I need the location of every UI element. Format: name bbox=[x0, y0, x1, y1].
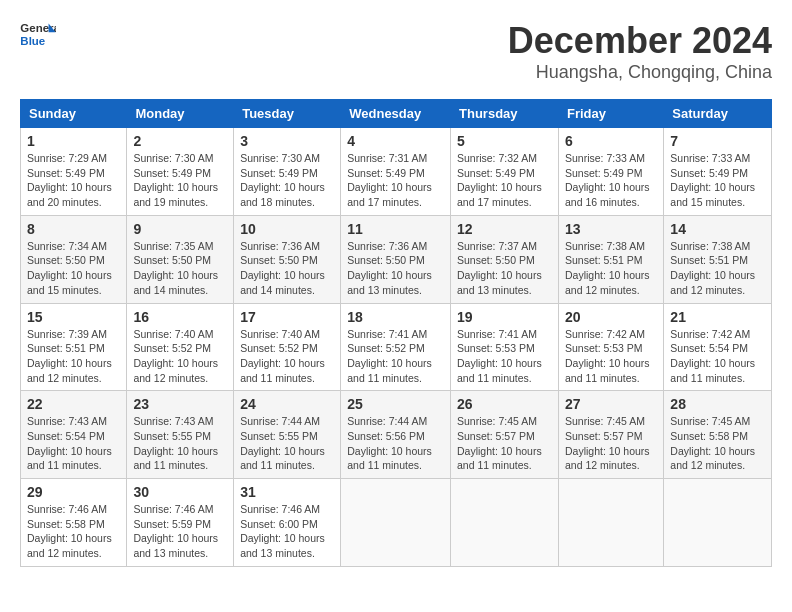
table-row: 13Sunrise: 7:38 AM Sunset: 5:51 PM Dayli… bbox=[558, 215, 663, 303]
day-info: Sunrise: 7:45 AM Sunset: 5:57 PM Dayligh… bbox=[457, 414, 552, 473]
day-number: 25 bbox=[347, 396, 444, 412]
day-info: Sunrise: 7:32 AM Sunset: 5:49 PM Dayligh… bbox=[457, 151, 552, 210]
day-number: 21 bbox=[670, 309, 765, 325]
table-row: 2Sunrise: 7:30 AM Sunset: 5:49 PM Daylig… bbox=[127, 128, 234, 216]
day-number: 30 bbox=[133, 484, 227, 500]
day-info: Sunrise: 7:42 AM Sunset: 5:54 PM Dayligh… bbox=[670, 327, 765, 386]
table-row: 12Sunrise: 7:37 AM Sunset: 5:50 PM Dayli… bbox=[451, 215, 559, 303]
table-row: 28Sunrise: 7:45 AM Sunset: 5:58 PM Dayli… bbox=[664, 391, 772, 479]
day-number: 9 bbox=[133, 221, 227, 237]
day-info: Sunrise: 7:45 AM Sunset: 5:58 PM Dayligh… bbox=[670, 414, 765, 473]
col-sunday: Sunday bbox=[21, 100, 127, 128]
main-title: December 2024 bbox=[508, 20, 772, 62]
day-info: Sunrise: 7:35 AM Sunset: 5:50 PM Dayligh… bbox=[133, 239, 227, 298]
day-number: 13 bbox=[565, 221, 657, 237]
day-info: Sunrise: 7:43 AM Sunset: 5:55 PM Dayligh… bbox=[133, 414, 227, 473]
table-row: 15Sunrise: 7:39 AM Sunset: 5:51 PM Dayli… bbox=[21, 303, 127, 391]
table-row: 17Sunrise: 7:40 AM Sunset: 5:52 PM Dayli… bbox=[234, 303, 341, 391]
day-info: Sunrise: 7:44 AM Sunset: 5:55 PM Dayligh… bbox=[240, 414, 334, 473]
calendar-week-row: 29Sunrise: 7:46 AM Sunset: 5:58 PM Dayli… bbox=[21, 479, 772, 567]
day-info: Sunrise: 7:43 AM Sunset: 5:54 PM Dayligh… bbox=[27, 414, 120, 473]
day-info: Sunrise: 7:33 AM Sunset: 5:49 PM Dayligh… bbox=[670, 151, 765, 210]
day-number: 11 bbox=[347, 221, 444, 237]
day-number: 12 bbox=[457, 221, 552, 237]
day-info: Sunrise: 7:30 AM Sunset: 5:49 PM Dayligh… bbox=[133, 151, 227, 210]
col-saturday: Saturday bbox=[664, 100, 772, 128]
day-info: Sunrise: 7:39 AM Sunset: 5:51 PM Dayligh… bbox=[27, 327, 120, 386]
table-row: 23Sunrise: 7:43 AM Sunset: 5:55 PM Dayli… bbox=[127, 391, 234, 479]
title-area: December 2024 Huangsha, Chongqing, China bbox=[508, 20, 772, 83]
col-wednesday: Wednesday bbox=[341, 100, 451, 128]
table-row: 6Sunrise: 7:33 AM Sunset: 5:49 PM Daylig… bbox=[558, 128, 663, 216]
day-number: 10 bbox=[240, 221, 334, 237]
logo-icon: General Blue bbox=[20, 20, 56, 50]
day-number: 27 bbox=[565, 396, 657, 412]
day-info: Sunrise: 7:31 AM Sunset: 5:49 PM Dayligh… bbox=[347, 151, 444, 210]
day-number: 29 bbox=[27, 484, 120, 500]
table-row: 9Sunrise: 7:35 AM Sunset: 5:50 PM Daylig… bbox=[127, 215, 234, 303]
logo: General Blue bbox=[20, 20, 56, 50]
day-info: Sunrise: 7:29 AM Sunset: 5:49 PM Dayligh… bbox=[27, 151, 120, 210]
day-info: Sunrise: 7:40 AM Sunset: 5:52 PM Dayligh… bbox=[133, 327, 227, 386]
table-row: 29Sunrise: 7:46 AM Sunset: 5:58 PM Dayli… bbox=[21, 479, 127, 567]
table-row: 16Sunrise: 7:40 AM Sunset: 5:52 PM Dayli… bbox=[127, 303, 234, 391]
day-info: Sunrise: 7:38 AM Sunset: 5:51 PM Dayligh… bbox=[565, 239, 657, 298]
day-info: Sunrise: 7:38 AM Sunset: 5:51 PM Dayligh… bbox=[670, 239, 765, 298]
table-row: 14Sunrise: 7:38 AM Sunset: 5:51 PM Dayli… bbox=[664, 215, 772, 303]
svg-text:Blue: Blue bbox=[20, 35, 45, 47]
day-number: 22 bbox=[27, 396, 120, 412]
table-row: 27Sunrise: 7:45 AM Sunset: 5:57 PM Dayli… bbox=[558, 391, 663, 479]
day-info: Sunrise: 7:41 AM Sunset: 5:53 PM Dayligh… bbox=[457, 327, 552, 386]
table-row: 5Sunrise: 7:32 AM Sunset: 5:49 PM Daylig… bbox=[451, 128, 559, 216]
header: General Blue December 2024 Huangsha, Cho… bbox=[20, 20, 772, 83]
table-row: 21Sunrise: 7:42 AM Sunset: 5:54 PM Dayli… bbox=[664, 303, 772, 391]
subtitle: Huangsha, Chongqing, China bbox=[508, 62, 772, 83]
table-row: 31Sunrise: 7:46 AM Sunset: 6:00 PM Dayli… bbox=[234, 479, 341, 567]
day-info: Sunrise: 7:40 AM Sunset: 5:52 PM Dayligh… bbox=[240, 327, 334, 386]
table-row: 10Sunrise: 7:36 AM Sunset: 5:50 PM Dayli… bbox=[234, 215, 341, 303]
day-info: Sunrise: 7:30 AM Sunset: 5:49 PM Dayligh… bbox=[240, 151, 334, 210]
day-info: Sunrise: 7:46 AM Sunset: 5:59 PM Dayligh… bbox=[133, 502, 227, 561]
table-row: 20Sunrise: 7:42 AM Sunset: 5:53 PM Dayli… bbox=[558, 303, 663, 391]
day-number: 4 bbox=[347, 133, 444, 149]
col-monday: Monday bbox=[127, 100, 234, 128]
day-number: 5 bbox=[457, 133, 552, 149]
calendar-week-row: 15Sunrise: 7:39 AM Sunset: 5:51 PM Dayli… bbox=[21, 303, 772, 391]
table-row: 1Sunrise: 7:29 AM Sunset: 5:49 PM Daylig… bbox=[21, 128, 127, 216]
table-row: 4Sunrise: 7:31 AM Sunset: 5:49 PM Daylig… bbox=[341, 128, 451, 216]
day-number: 28 bbox=[670, 396, 765, 412]
day-number: 24 bbox=[240, 396, 334, 412]
table-row: 3Sunrise: 7:30 AM Sunset: 5:49 PM Daylig… bbox=[234, 128, 341, 216]
day-info: Sunrise: 7:42 AM Sunset: 5:53 PM Dayligh… bbox=[565, 327, 657, 386]
table-row: 25Sunrise: 7:44 AM Sunset: 5:56 PM Dayli… bbox=[341, 391, 451, 479]
day-info: Sunrise: 7:36 AM Sunset: 5:50 PM Dayligh… bbox=[347, 239, 444, 298]
day-number: 8 bbox=[27, 221, 120, 237]
day-number: 31 bbox=[240, 484, 334, 500]
day-number: 16 bbox=[133, 309, 227, 325]
day-number: 18 bbox=[347, 309, 444, 325]
day-number: 17 bbox=[240, 309, 334, 325]
day-info: Sunrise: 7:37 AM Sunset: 5:50 PM Dayligh… bbox=[457, 239, 552, 298]
day-info: Sunrise: 7:45 AM Sunset: 5:57 PM Dayligh… bbox=[565, 414, 657, 473]
day-number: 15 bbox=[27, 309, 120, 325]
day-number: 2 bbox=[133, 133, 227, 149]
day-number: 20 bbox=[565, 309, 657, 325]
day-info: Sunrise: 7:33 AM Sunset: 5:49 PM Dayligh… bbox=[565, 151, 657, 210]
day-number: 7 bbox=[670, 133, 765, 149]
day-info: Sunrise: 7:46 AM Sunset: 5:58 PM Dayligh… bbox=[27, 502, 120, 561]
day-info: Sunrise: 7:46 AM Sunset: 6:00 PM Dayligh… bbox=[240, 502, 334, 561]
table-row: 22Sunrise: 7:43 AM Sunset: 5:54 PM Dayli… bbox=[21, 391, 127, 479]
table-row: 11Sunrise: 7:36 AM Sunset: 5:50 PM Dayli… bbox=[341, 215, 451, 303]
table-row bbox=[558, 479, 663, 567]
col-friday: Friday bbox=[558, 100, 663, 128]
day-number: 14 bbox=[670, 221, 765, 237]
table-row: 30Sunrise: 7:46 AM Sunset: 5:59 PM Dayli… bbox=[127, 479, 234, 567]
calendar-week-row: 8Sunrise: 7:34 AM Sunset: 5:50 PM Daylig… bbox=[21, 215, 772, 303]
day-number: 6 bbox=[565, 133, 657, 149]
day-info: Sunrise: 7:41 AM Sunset: 5:52 PM Dayligh… bbox=[347, 327, 444, 386]
table-row bbox=[664, 479, 772, 567]
table-row: 19Sunrise: 7:41 AM Sunset: 5:53 PM Dayli… bbox=[451, 303, 559, 391]
day-number: 19 bbox=[457, 309, 552, 325]
day-info: Sunrise: 7:34 AM Sunset: 5:50 PM Dayligh… bbox=[27, 239, 120, 298]
day-number: 23 bbox=[133, 396, 227, 412]
